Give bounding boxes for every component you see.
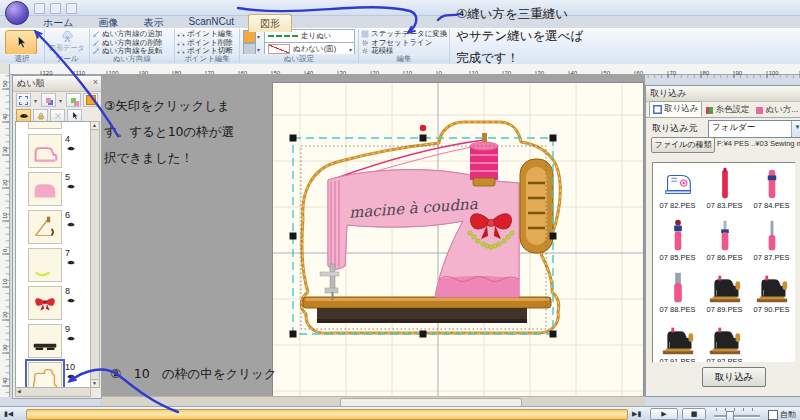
item-thumbnail[interactable] — [28, 362, 62, 388]
sew-order-item-6[interactable]: 6 — [28, 210, 90, 243]
partial-item-thumbnail[interactable] — [28, 122, 62, 129]
file-type-button[interactable]: ファイルの種類 — [651, 137, 715, 153]
selection-handle[interactable] — [290, 331, 297, 338]
source-label: 取り込み元 — [652, 122, 697, 135]
file-item-07 86.PES[interactable]: 07 86.PES — [701, 217, 748, 269]
tab-画像[interactable]: 画像 — [87, 14, 129, 32]
select-button[interactable] — [5, 30, 37, 55]
selection-handle[interactable] — [420, 135, 427, 142]
dropdown-arrow-icon[interactable]: ▼ — [791, 121, 800, 137]
file-name: 07 90.PES — [748, 305, 795, 314]
embroidery-design[interactable]: macine à coudna — [301, 122, 560, 333]
eye-icon[interactable] — [65, 220, 77, 229]
selection-handle[interactable] — [290, 233, 297, 240]
sew-order-list[interactable]: 4 5 6 7 8 9 — [15, 121, 91, 388]
slider-knob[interactable] — [726, 411, 734, 420]
stop-button[interactable]: ■ — [682, 408, 706, 420]
tab-表示[interactable]: 表示 — [132, 14, 174, 32]
auto-checkbox[interactable] — [768, 410, 778, 420]
item-thumbnail[interactable] — [28, 172, 62, 206]
go-to-end-button[interactable]: ▶▮ — [632, 410, 641, 418]
frame-select-button[interactable] — [16, 93, 31, 107]
svg-text:100: 100 — [769, 70, 780, 76]
design-page[interactable]: macine à coudna — [272, 82, 644, 397]
split-shape-button[interactable]: 図形データ分割 — [48, 30, 86, 53]
dropdown-arrow-icon[interactable]: ▾ — [257, 46, 260, 53]
item-thumbnail[interactable] — [28, 324, 62, 358]
tab-取り込み[interactable]: 取り込み — [649, 101, 702, 117]
file-item-07 87.PES[interactable]: 07 87.PES — [748, 217, 795, 269]
eye-icon[interactable] — [65, 258, 77, 267]
selection-handle[interactable] — [550, 135, 557, 142]
quick-access-toolbar[interactable] — [34, 3, 77, 14]
tab-糸色設定[interactable]: 糸色設定 — [703, 103, 752, 117]
ribbon: 選択 図形データ分割 ツール ぬい方向線の追加ぬい方向線の削除ぬい方向線を反転 … — [0, 28, 800, 66]
item-thumbnail[interactable] — [28, 248, 62, 282]
application-window: ホーム画像表示ScanNCut図形 選択 図形データ分割 ツール ぬい方向線の追… — [0, 0, 800, 420]
sym-gear — [361, 39, 369, 47]
eye-icon[interactable] — [65, 334, 77, 343]
tab-ScanNCut[interactable]: ScanNCut — [177, 14, 245, 32]
item-thumbnail[interactable] — [28, 286, 62, 320]
item-thumbnail[interactable] — [28, 134, 62, 168]
tab-ぬい方...[interactable]: ぬい方... — [753, 103, 800, 117]
file-item-07 88.PES[interactable]: 07 88.PES — [654, 269, 701, 321]
file-item-07 83.PES[interactable]: 07 83.PES — [701, 165, 748, 217]
swatch-button[interactable] — [83, 93, 98, 107]
dropdown-arrow-icon[interactable]: ▾ — [34, 97, 37, 104]
eye-icon[interactable] — [65, 182, 77, 191]
selection-handle[interactable] — [420, 331, 427, 338]
speed-slider[interactable] — [714, 408, 760, 420]
file-item-07 92.PES[interactable]: 07 92.PES — [701, 321, 748, 363]
import-tabs: 取り込み糸色設定ぬい方...AB — [646, 102, 800, 118]
import-button[interactable]: 取り込み — [702, 367, 766, 387]
eye-icon[interactable] — [65, 144, 77, 153]
dropdown-arrow-icon[interactable]: ▾ — [59, 97, 62, 104]
file-item-07 84.PES[interactable]: 07 84.PES — [748, 165, 795, 217]
qat-icon[interactable] — [66, 3, 77, 14]
color-sort-button[interactable] — [41, 93, 56, 107]
file-item-07 89.PES[interactable]: 07 89.PES — [701, 269, 748, 321]
tab-図形[interactable]: 図形 — [248, 14, 292, 32]
go-to-start-button[interactable]: ▮◀ — [4, 410, 13, 418]
close-icon[interactable]: × — [93, 77, 98, 87]
dropdown-arrow-icon[interactable]: ▾ — [257, 33, 260, 40]
tab-icon — [706, 107, 713, 114]
color-blocks-button[interactable] — [66, 93, 81, 107]
sew-order-item-8[interactable]: 8 — [28, 286, 90, 319]
file-thumbnail — [659, 217, 697, 255]
eye-icon[interactable] — [65, 372, 77, 381]
order-horizontal-scrollbar[interactable]: ◀ — [15, 387, 91, 397]
annotation-step3: ③矢印をクリックします。すると10の枠が選択できました！ — [104, 93, 254, 171]
svg-text:40: 40 — [2, 113, 8, 120]
sew-order-panel: ぬい順 × ▾ ▾ 4 5 6 — [12, 75, 102, 399]
file-item-07 91.PES[interactable]: 07 91.PES — [654, 321, 701, 363]
stitch-progress-bar[interactable] — [26, 409, 628, 420]
sew-order-item-10[interactable]: 10 — [28, 362, 90, 388]
stitch-player-bar: ▮◀ ▶▮ ▶ ■ 自動 — [0, 406, 800, 420]
qat-icon[interactable] — [34, 3, 45, 14]
file-item-07 82.PES[interactable]: 07 82.PES — [654, 165, 701, 217]
selection-handle[interactable] — [550, 233, 557, 240]
rotation-handle[interactable] — [420, 125, 426, 131]
selection-handle[interactable] — [550, 331, 557, 338]
sew-order-item-9[interactable]: 9 — [28, 324, 90, 357]
sew-order-item-7[interactable]: 7 — [28, 248, 90, 281]
item-thumbnail[interactable] — [28, 210, 62, 244]
eye-icon[interactable] — [65, 296, 77, 305]
scroll-down-arrow[interactable]: ▼ — [91, 379, 98, 387]
sew-order-item-4[interactable]: 4 — [28, 134, 90, 167]
sew-order-item-5[interactable]: 5 — [28, 172, 90, 205]
annotation-step4: ④縫い方を三重縫いやサテン縫いを選べば完成です！ — [456, 3, 583, 69]
tab-ホーム[interactable]: ホーム — [32, 14, 84, 32]
file-item-07 90.PES[interactable]: 07 90.PES — [748, 269, 795, 321]
selection-handle[interactable] — [290, 135, 297, 142]
play-button[interactable]: ▶ — [650, 408, 678, 420]
qat-icon[interactable] — [50, 3, 61, 14]
file-list[interactable]: 07 82.PES 07 83.PES 07 84.PES 07 85.PES … — [652, 162, 796, 363]
application-menu-button[interactable] — [5, 1, 29, 25]
scroll-up-arrow[interactable]: ▲ — [91, 122, 98, 130]
ribbon-group-edit: ステッチデータに変換オフセットライン花模様 編集 — [359, 29, 450, 63]
order-vertical-scrollbar[interactable]: ▲ ▼ — [90, 121, 100, 388]
file-item-07 85.PES[interactable]: 07 85.PES — [654, 217, 701, 269]
